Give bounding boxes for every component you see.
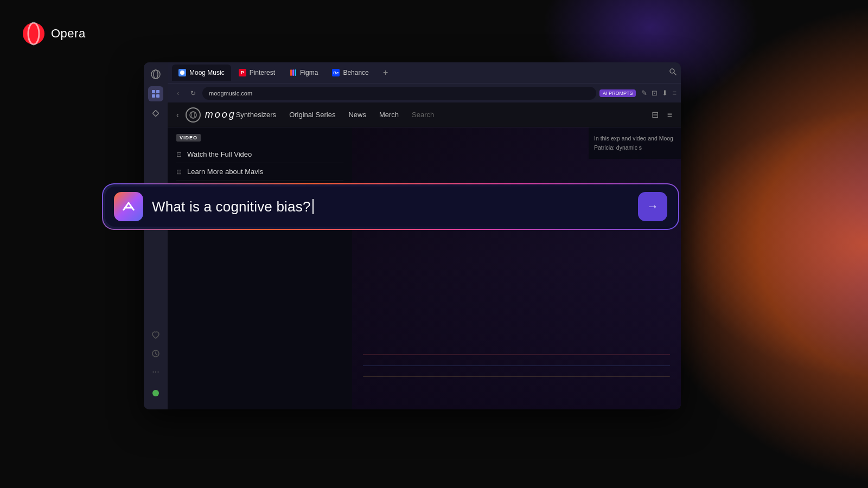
moog-logo-icon (186, 107, 201, 123)
aria-logo-icon (120, 198, 137, 215)
bg-glow-orange (678, 108, 868, 380)
menu-item-1[interactable]: ⊡ Watch the Full Video (176, 146, 343, 163)
figma-dot-2 (292, 69, 294, 76)
ai-search-container: What is a cognitive bias? → (103, 184, 678, 229)
browser-window: ··· Moog Music P Pinterest (144, 62, 681, 409)
tab-add-button[interactable]: + (379, 66, 393, 80)
tab-moog-music[interactable]: Moog Music (172, 65, 231, 81)
ai-prompts-button[interactable]: AI PROMPTS (599, 89, 636, 97)
hamburger-menu-icon[interactable]: ≡ (667, 110, 672, 120)
sidebar-status-green (152, 390, 159, 396)
nav-news[interactable]: News (348, 111, 366, 119)
browser-sidebar: ··· (144, 62, 168, 409)
synth-background (352, 127, 681, 409)
moog-favicon (178, 69, 186, 76)
toolbar-camera-icon[interactable]: ⊡ (652, 89, 658, 97)
website-right-panel: VIDEO (352, 127, 681, 409)
aria-icon (114, 192, 143, 221)
tab-behance[interactable]: Be Behance (326, 65, 375, 81)
website-left-panel: VIDEO ⊡ Watch the Full Video ⊡ Learn Mor… (168, 127, 352, 409)
nav-merch[interactable]: Merch (379, 111, 399, 119)
tab-bar: Moog Music P Pinterest Figma (168, 62, 681, 83)
svg-rect-4 (152, 90, 155, 93)
synth-visual (352, 258, 681, 409)
toolbar-icons: ✎ ⊡ ⬇ ≡ (641, 89, 676, 97)
moog-circle-icon (189, 111, 197, 119)
menu-item-icon-2: ⊡ (176, 168, 182, 176)
moog-wordmark: moog (205, 109, 236, 120)
menu-item-2[interactable]: ⊡ Learn More about Mavis (176, 163, 343, 181)
svg-rect-5 (156, 90, 159, 93)
moog-logo: moog (186, 107, 236, 123)
svg-point-0 (23, 23, 44, 44)
url-bar[interactable]: moogmusic.com (202, 87, 596, 100)
synth-strip-2 (363, 365, 670, 366)
tab-moog-label: Moog Music (189, 69, 225, 76)
nav-synthesizers[interactable]: Synthesizers (236, 111, 276, 119)
figma-dot-1 (290, 69, 292, 76)
tab-pinterest[interactable]: P Pinterest (232, 65, 282, 81)
pinterest-favicon: P (239, 69, 246, 76)
figma-dots (290, 69, 296, 76)
text-cursor (312, 199, 314, 214)
svg-line-14 (674, 73, 676, 75)
sidebar-clock-icon[interactable] (151, 349, 160, 359)
ai-search-input-area[interactable]: What is a cognitive bias? (152, 198, 629, 215)
url-text: moogmusic.com (209, 90, 252, 97)
address-bar: ‹ ↻ moogmusic.com AI PROMPTS ✎ ⊡ ⬇ ≡ (168, 83, 681, 102)
sidebar-icon-diamond[interactable] (148, 106, 163, 121)
ai-search-text: What is a cognitive bias? (152, 198, 311, 215)
nav-search[interactable]: Search (412, 111, 434, 119)
apps-grid-icon (151, 89, 160, 98)
ai-search-overlay: What is a cognitive bias? → (103, 184, 678, 229)
ai-search-inner: What is a cognitive bias? → (105, 187, 676, 227)
figma-favicon (289, 69, 297, 76)
sidebar-opera-icon (151, 69, 161, 79)
cart-icon[interactable]: ⊟ (652, 110, 659, 120)
opera-logo: Opera (22, 22, 86, 46)
svg-point-12 (180, 70, 184, 75)
search-icon (669, 68, 676, 75)
tab-search-icon[interactable] (669, 68, 676, 78)
side-text: In this exp and video and Moog Patricia:… (594, 135, 673, 151)
svg-point-16 (192, 112, 195, 118)
svg-rect-8 (152, 110, 158, 116)
synth-strip-1 (363, 376, 670, 377)
moog-favicon-icon (180, 70, 185, 75)
toolbar-download-icon[interactable]: ⬇ (662, 89, 668, 97)
sidebar-icon-apps[interactable] (148, 86, 163, 101)
synth-strip-3 (363, 354, 670, 355)
moog-back-button[interactable]: ‹ (176, 111, 179, 119)
svg-rect-7 (156, 94, 159, 98)
back-button[interactable]: ‹ (172, 87, 184, 99)
toolbar-menu-icon[interactable]: ≡ (672, 89, 676, 97)
clock-icon (151, 349, 160, 358)
sidebar-more-icon[interactable]: ··· (152, 367, 159, 377)
sidebar-heart-icon[interactable] (151, 331, 160, 342)
tab-behance-label: Behance (343, 69, 368, 76)
sidebar-icon-circle[interactable] (148, 67, 163, 82)
opera-text-label: Opera (51, 27, 86, 41)
nav-original-series[interactable]: Original Series (289, 111, 335, 119)
synth-fade (352, 258, 681, 409)
refresh-button[interactable]: ↻ (187, 87, 199, 99)
website-content: ‹ moog Synthesizers Original Series News… (168, 102, 681, 409)
heart-icon (151, 331, 160, 340)
moog-nav-links: Synthesizers Original Series News Merch … (236, 111, 652, 119)
toolbar-edit-icon[interactable]: ✎ (641, 89, 647, 97)
svg-rect-6 (152, 94, 155, 98)
diamond-icon (152, 110, 159, 117)
menu-item-label-2: Learn More about Mavis (187, 168, 263, 176)
ai-search-submit-button[interactable]: → (638, 192, 667, 221)
svg-point-2 (151, 70, 160, 79)
tab-pinterest-label: Pinterest (250, 69, 275, 76)
menu-item-label-1: Watch the Full Video (187, 150, 252, 158)
submit-arrow-icon: → (647, 200, 659, 214)
right-text-panel: In this exp and video and Moog Patricia:… (589, 127, 681, 159)
moog-nav-right: ⊟ ≡ (652, 110, 672, 120)
website-body: VIDEO ⊡ Watch the Full Video ⊡ Learn Mor… (168, 127, 681, 409)
tab-figma-label: Figma (300, 69, 318, 76)
svg-point-3 (154, 70, 158, 79)
svg-point-15 (190, 112, 196, 118)
tab-figma[interactable]: Figma (283, 65, 324, 81)
